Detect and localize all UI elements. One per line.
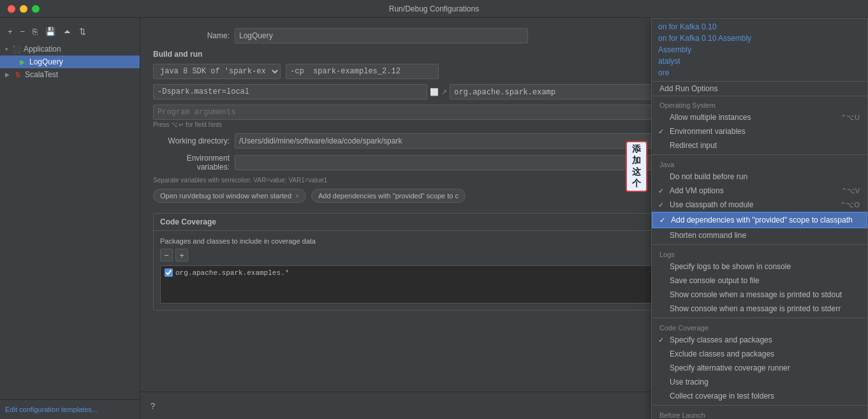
bottom-left: ? — [151, 397, 155, 414]
environment-variables-label: Environment variables — [670, 127, 746, 136]
workdir-label: Working directory: — [153, 136, 230, 145]
sidebar-item-logquery[interactable]: ▶ LogQuery — [0, 55, 140, 68]
move-up-button[interactable]: ⏶ — [61, 26, 74, 38]
show-console-stdout-item[interactable]: Show console when a message is printed t… — [652, 288, 867, 302]
section-logs: Logs — [652, 247, 867, 260]
specify-logs-label: Specify logs to be shown in console — [670, 262, 791, 271]
build-run-title: Build and run — [153, 50, 202, 59]
window-controls[interactable] — [8, 5, 40, 13]
add-dependencies-button[interactable]: Add dependencies with "provided" scope t… — [311, 189, 466, 203]
sidebar: + − ⎘ 💾 ⏶ ⇅ ▾ ⬛ Application ▶ LogQuery ▶… — [0, 18, 140, 419]
right-link-4[interactable]: atalyst — [658, 55, 861, 67]
right-link-1[interactable]: on for Kafka 0.10 — [658, 21, 861, 33]
expand-arrow-icon: ▾ — [5, 46, 8, 52]
modify-options-dropdown: on for Kafka 0.10 on for Kafka 0.10 Asse… — [651, 18, 868, 419]
right-link-2[interactable]: on for Kafka 0.10 Assembly — [658, 33, 861, 44]
allow-multiple-instances-label: Allow multiple instances — [670, 113, 751, 122]
remove-tag-icon[interactable]: × — [295, 193, 299, 200]
add-vm-shortcut: ⌃⌥V — [841, 187, 860, 195]
coverage-add-button[interactable]: + — [175, 249, 188, 261]
use-tracing-item[interactable]: Use tracing — [652, 375, 867, 389]
use-classpath-shortcut: ⌃⌥O — [840, 201, 860, 209]
minimize-button[interactable] — [20, 5, 27, 13]
specify-alt-runner-label: Specify alternative coverage runner — [670, 364, 790, 372]
specify-classes-item[interactable]: Specify classes and packages — [652, 333, 867, 347]
exclude-classes-item[interactable]: Exclude classes and packages — [652, 347, 867, 361]
open-tool-window-label: Open run/debug tool window when started — [160, 192, 291, 200]
expand-outer-icon[interactable]: ↗ — [441, 88, 447, 96]
cp-input[interactable] — [286, 64, 439, 79]
title-bar: Run/Debug Configurations — [0, 0, 868, 18]
specify-classes-label: Specify classes and packages — [670, 335, 772, 344]
shorten-command-line-item[interactable]: Shorten command line — [652, 228, 867, 242]
right-link-3[interactable]: Assembly — [658, 44, 861, 55]
right-links-panel: on for Kafka 0.10 on for Kafka 0.10 Asse… — [652, 18, 867, 82]
sort-button[interactable]: ⇅ — [77, 26, 89, 38]
open-tool-window-button[interactable]: Open run/debug tool window when started … — [153, 189, 306, 203]
collect-coverage-label: Collect coverage in test folders — [670, 392, 774, 401]
specify-logs-item[interactable]: Specify logs to be shown in console — [652, 260, 867, 274]
section-operating-system: Operating System — [652, 98, 867, 110]
divider-1 — [652, 154, 867, 155]
maximize-button[interactable] — [32, 5, 40, 13]
add-dependencies-label: Add dependencies with "provided" scope t… — [318, 192, 459, 200]
edit-templates-link[interactable]: Edit configuration templates... — [5, 406, 98, 413]
sdk-select[interactable]: java 8 SDK of 'spark-exampl — [153, 64, 281, 79]
window-title: Run/Debug Configurations — [389, 4, 479, 13]
sidebar-footer: Edit configuration templates... — [0, 399, 140, 419]
sidebar-item-scalatest[interactable]: ▶ S ScalaTest — [0, 68, 140, 81]
divider-2 — [652, 244, 867, 245]
use-tracing-label: Use tracing — [670, 378, 709, 386]
coverage-item-checkbox[interactable] — [165, 268, 173, 277]
use-classpath-label: Use classpath of module — [670, 200, 753, 209]
coverage-item-label: org.apache.spark.examples.* — [175, 269, 289, 277]
do-not-build-label: Do not build before run — [670, 172, 747, 181]
save-console-item[interactable]: Save console output to file — [652, 274, 867, 288]
collect-coverage-item[interactable]: Collect coverage in test folders — [652, 389, 867, 403]
save-config-button[interactable]: 💾 — [43, 26, 58, 38]
section-before-launch: Before Launch — [652, 408, 867, 419]
name-label: Name: — [153, 31, 230, 40]
redirect-input-item[interactable]: Redirect input — [652, 138, 867, 152]
main-container: + − ⎘ 💾 ⏶ ⇅ ▾ ⬛ Application ▶ LogQuery ▶… — [0, 18, 868, 419]
specify-alt-runner-item[interactable]: Specify alternative coverage runner — [652, 361, 867, 375]
name-input[interactable] — [235, 28, 528, 43]
copy-config-button[interactable]: ⎘ — [30, 26, 40, 38]
add-dependencies-provided-item[interactable]: Add dependencies with "provided" scope t… — [652, 212, 867, 228]
do-not-build-item[interactable]: Do not build before run — [652, 170, 867, 184]
sidebar-item-label: LogQuery — [29, 57, 63, 66]
section-java: Java — [652, 157, 867, 170]
coverage-remove-button[interactable]: − — [160, 249, 173, 261]
expand-icon[interactable]: ⬜ — [430, 88, 439, 96]
environment-variables-item[interactable]: Environment variables — [652, 124, 867, 138]
main-class-input[interactable] — [153, 84, 427, 99]
add-vm-options-label: Add VM options — [670, 186, 724, 195]
application-icon: ⬛ — [12, 45, 21, 54]
shorten-command-line-label: Shorten command line — [670, 231, 746, 240]
add-run-options-item[interactable]: Add Run Options — [652, 82, 867, 96]
add-run-options-label: Add Run Options — [659, 84, 717, 93]
close-button[interactable] — [8, 5, 15, 13]
sidebar-item-application[interactable]: ▾ ⬛ Application — [0, 43, 140, 55]
add-vm-options-item[interactable]: Add VM options ⌃⌥V — [652, 184, 867, 198]
envvars-label: Environment variables: — [153, 154, 230, 172]
expand-arrow-icon: ▶ — [5, 71, 10, 78]
show-console-stderr-item[interactable]: Show console when a message is printed t… — [652, 302, 867, 316]
run-config-icon: ▶ — [18, 57, 27, 66]
add-config-button[interactable]: + — [5, 26, 15, 38]
sidebar-item-label: Application — [24, 45, 61, 54]
section-code-coverage: Code Coverage — [652, 320, 867, 333]
remove-config-button[interactable]: − — [18, 26, 28, 38]
save-console-label: Save console output to file — [670, 276, 760, 285]
divider-3 — [652, 318, 867, 318]
exclude-classes-label: Exclude classes and packages — [670, 349, 774, 358]
use-classpath-item[interactable]: Use classpath of module ⌃⌥O — [652, 198, 867, 212]
right-link-5[interactable]: ore — [658, 67, 861, 78]
content-panel: Name: Store as project file ⚙ Build and … — [140, 18, 868, 419]
help-button[interactable]: ? — [151, 401, 155, 411]
allow-multiple-instances-item[interactable]: Allow multiple instances ⌃⌥U — [652, 110, 867, 124]
show-console-stdout-label: Show console when a message is printed t… — [670, 290, 842, 299]
divider-4 — [652, 405, 867, 406]
scala-icon: S — [13, 70, 22, 79]
sidebar-item-label: ScalaTest — [25, 70, 58, 79]
